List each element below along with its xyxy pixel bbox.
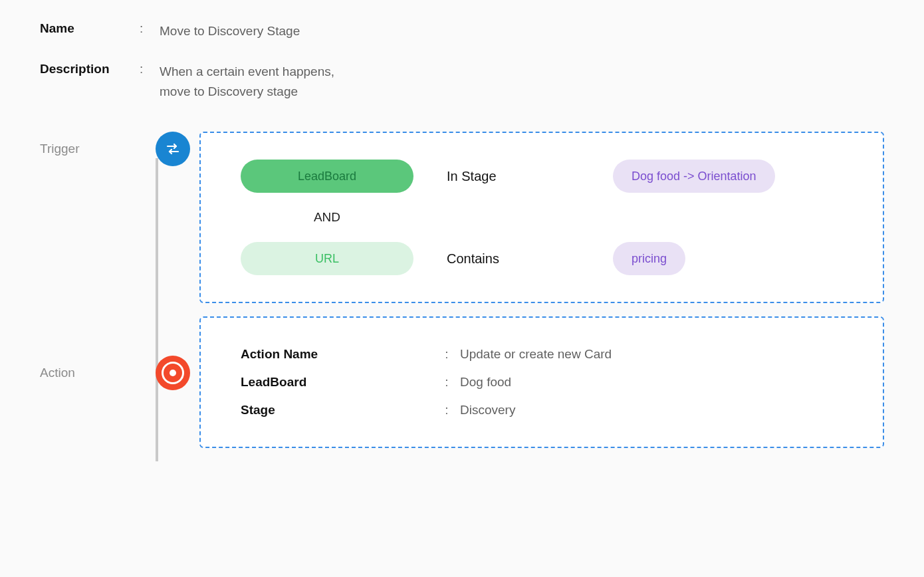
- trigger-card[interactable]: LeadBoard In Stage Dog food -> Orientati…: [199, 132, 884, 303]
- action-node[interactable]: Action: [40, 356, 199, 390]
- swap-icon: [156, 132, 190, 166]
- name-label: Name: [40, 19, 140, 36]
- action-field-row: LeadBoard : Dog food: [241, 368, 843, 396]
- condition-subject-pill[interactable]: LeadBoard: [241, 160, 413, 193]
- description-line-2: move to Discovery stage: [160, 84, 298, 98]
- action-field-row: Stage : Discovery: [241, 396, 843, 424]
- field-row-description: Description : When a certain event happe…: [40, 59, 884, 101]
- condition-value-pill[interactable]: Dog food -> Orientation: [613, 160, 775, 193]
- workflow: Trigger Action LeadBoard In Stage Dog fo…: [40, 132, 884, 461]
- condition-value-pill[interactable]: pricing: [613, 242, 685, 275]
- action-field-label: Action Name: [241, 347, 433, 362]
- condition-row: URL Contains pricing: [241, 242, 843, 275]
- description-value: When a certain event happens, move to Di…: [160, 59, 334, 101]
- condition-operator: In Stage: [447, 169, 580, 184]
- action-field-label: LeadBoard: [241, 375, 433, 390]
- description-label: Description: [40, 59, 140, 76]
- colon: :: [433, 403, 460, 417]
- target-icon: [156, 356, 190, 390]
- trigger-label: Trigger: [40, 142, 79, 156]
- field-row-name: Name : Move to Discovery Stage: [40, 19, 884, 41]
- action-field-label: Stage: [241, 403, 433, 417]
- name-value: Move to Discovery Stage: [160, 19, 300, 41]
- action-field-value: Update or create new Card: [460, 347, 843, 362]
- workflow-card-column: LeadBoard In Stage Dog food -> Orientati…: [199, 132, 884, 461]
- workflow-connector-line: [156, 158, 158, 461]
- colon: :: [140, 59, 160, 76]
- action-field-row: Action Name : Update or create new Card: [241, 340, 843, 368]
- action-label: Action: [40, 366, 75, 380]
- colon: :: [140, 19, 160, 36]
- action-field-value: Dog food: [460, 375, 843, 390]
- action-card[interactable]: Action Name : Update or create new Card …: [199, 316, 884, 448]
- condition-subject-pill[interactable]: URL: [241, 242, 413, 275]
- colon: :: [433, 375, 460, 390]
- colon: :: [433, 347, 460, 362]
- condition-operator: Contains: [447, 251, 580, 267]
- trigger-node[interactable]: Trigger: [40, 132, 199, 166]
- description-line-1: When a certain event happens,: [160, 64, 334, 78]
- action-field-value: Discovery: [460, 403, 843, 417]
- condition-join: AND: [267, 210, 387, 225]
- workflow-node-column: Trigger Action: [40, 132, 199, 461]
- condition-row: LeadBoard In Stage Dog food -> Orientati…: [241, 160, 843, 193]
